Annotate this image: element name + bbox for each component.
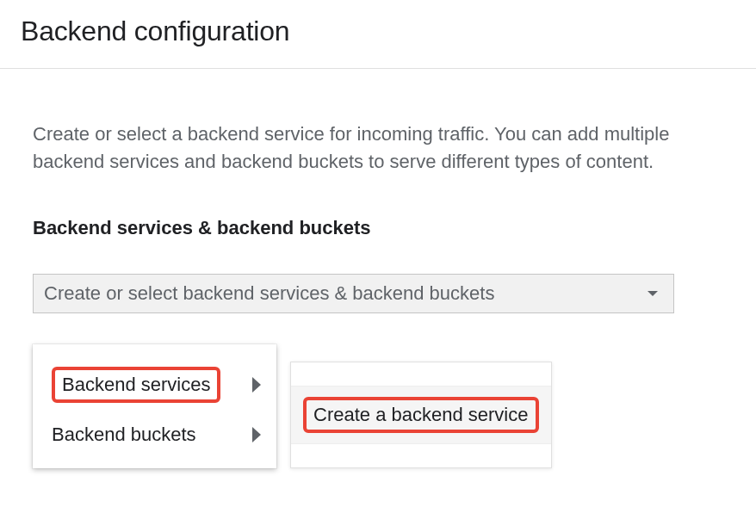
submenu-spacer [291, 362, 551, 387]
menu-item-backend-buckets[interactable]: Backend buckets [33, 413, 276, 456]
content: Create or select a backend service for i… [0, 69, 756, 331]
header: Backend configuration [0, 0, 756, 68]
caret-down-icon [648, 291, 658, 296]
submenu-spacer [291, 443, 551, 467]
page-title: Backend configuration [21, 15, 735, 47]
arrow-right-icon [252, 427, 261, 442]
highlight-annotation: Create a backend service [303, 397, 539, 433]
menu-wrapper: Backend services Backend buckets Create … [33, 344, 552, 468]
panel-root: Backend configuration Create or select a… [0, 0, 756, 532]
main-menu: Backend services Backend buckets [33, 344, 276, 468]
backend-dropdown[interactable]: Create or select backend services & back… [33, 274, 674, 313]
submenu-item-label: Create a backend service [313, 404, 528, 425]
submenu: Create a backend service [290, 362, 552, 468]
menu-item-backend-services[interactable]: Backend services [33, 356, 276, 413]
description-text: Create or select a backend service for i… [33, 121, 670, 176]
section-label: Backend services & backend buckets [33, 217, 723, 239]
menu-item-label: Backend buckets [52, 424, 196, 446]
dropdown-placeholder: Create or select backend services & back… [44, 282, 494, 305]
menu-item-label: Backend services [62, 374, 210, 395]
highlight-annotation: Backend services [52, 367, 220, 403]
arrow-right-icon [252, 377, 261, 393]
submenu-item-create-backend-service[interactable]: Create a backend service [291, 387, 551, 443]
